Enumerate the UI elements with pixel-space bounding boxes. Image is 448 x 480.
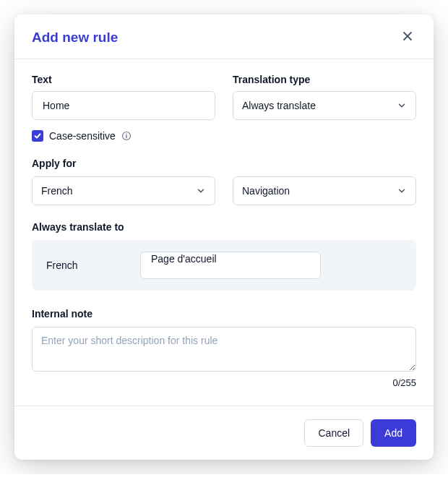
modal-footer: Cancel Add xyxy=(14,406,434,460)
text-input[interactable] xyxy=(41,99,206,112)
translation-type-select[interactable]: Always translate xyxy=(233,91,416,120)
internal-note-label: Internal note xyxy=(32,308,416,320)
always-translate-input[interactable] xyxy=(150,252,311,265)
close-icon xyxy=(402,30,413,44)
close-button[interactable] xyxy=(399,27,416,47)
translation-type-value: Always translate xyxy=(242,100,316,111)
modal-title: Add new rule xyxy=(32,30,118,46)
char-count: 0/255 xyxy=(32,377,416,388)
modal-header: Add new rule xyxy=(14,14,434,59)
svg-point-4 xyxy=(126,133,126,134)
always-translate-label: Always translate to xyxy=(32,221,416,233)
case-sensitive-label: Case-sensitive xyxy=(49,130,116,142)
chevron-down-icon xyxy=(196,186,206,196)
text-label: Text xyxy=(32,74,215,85)
apply-for-language-select[interactable]: French xyxy=(32,176,215,205)
case-sensitive-checkbox[interactable] xyxy=(32,130,43,142)
modal-body: Text Translation type Always translate xyxy=(14,59,434,406)
internal-note-textarea[interactable] xyxy=(32,327,416,372)
always-translate-input-wrap xyxy=(140,252,321,279)
info-icon[interactable] xyxy=(121,131,132,141)
always-translate-box: French xyxy=(32,240,416,291)
apply-for-context-value: Navigation xyxy=(242,185,290,197)
add-button[interactable]: Add xyxy=(371,419,416,447)
cancel-button[interactable]: Cancel xyxy=(304,419,363,447)
apply-for-context-select[interactable]: Navigation xyxy=(233,176,416,205)
text-input-wrap xyxy=(32,91,215,120)
translation-type-label: Translation type xyxy=(233,74,416,85)
chevron-down-icon xyxy=(397,186,407,196)
always-translate-language: French xyxy=(46,260,111,271)
apply-for-language-value: French xyxy=(41,185,73,197)
chevron-down-icon xyxy=(397,100,407,111)
add-rule-modal: Add new rule Text Translation type Alway… xyxy=(14,14,434,460)
case-sensitive-row: Case-sensitive xyxy=(32,130,416,142)
apply-for-label: Apply for xyxy=(32,158,416,169)
